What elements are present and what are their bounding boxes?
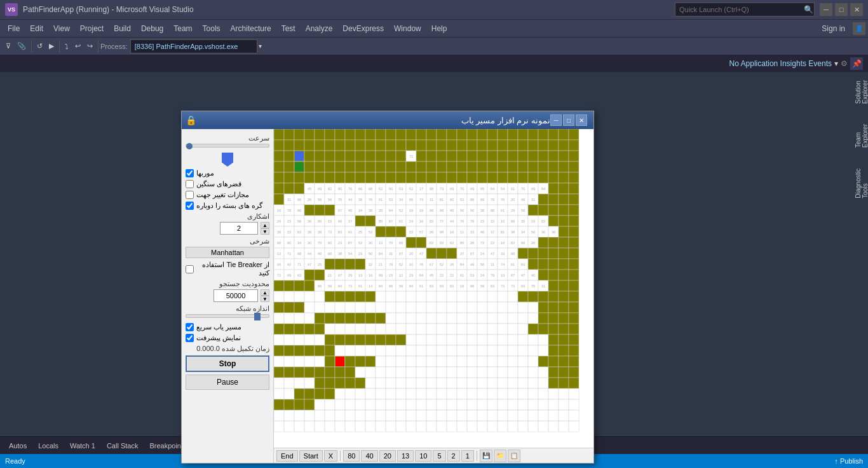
- folder-icon[interactable]: 📁: [494, 450, 506, 462]
- toolbar-step-over[interactable]: ⤵: [62, 41, 72, 52]
- checkbox-morebha-input[interactable]: [186, 169, 194, 177]
- process-dropdown-arrow[interactable]: ▾: [257, 41, 263, 51]
- app-maximize-button[interactable]: □: [563, 114, 574, 126]
- grid-btn-x[interactable]: X: [324, 450, 337, 462]
- pause-button[interactable]: Pause: [186, 375, 269, 390]
- app-close-button[interactable]: ✕: [576, 114, 587, 126]
- tab-locals[interactable]: Locals: [33, 439, 64, 452]
- maximize-button[interactable]: □: [835, 3, 848, 16]
- checkbox-reopen-label: گره های بسته را دوباره: [196, 202, 262, 210]
- search-cap-label: محدودیت جستجو: [186, 280, 269, 288]
- tiebreaker-input[interactable]: [186, 265, 194, 273]
- checkbox-direction-label: مجازات تغییر جهت: [196, 191, 249, 199]
- search-limit-input[interactable]: [220, 222, 258, 235]
- menu-help[interactable]: Help: [426, 22, 452, 36]
- search-cap-input[interactable]: [214, 289, 258, 302]
- toolbar-undo[interactable]: ↩: [72, 40, 84, 52]
- quick-launch-input[interactable]: [675, 3, 815, 17]
- grid-btn-40[interactable]: 40: [361, 450, 377, 462]
- save-icon[interactable]: 💾: [480, 450, 492, 462]
- menu-project[interactable]: Project: [75, 22, 109, 36]
- toolbar-debug-mode[interactable]: ▶: [46, 40, 57, 52]
- toolbar-separator-1: [31, 40, 32, 53]
- publish-button[interactable]: ↑ Publish: [834, 457, 863, 465]
- grid-btn-2[interactable]: 2: [447, 450, 460, 462]
- toolbar-restart[interactable]: ↺: [34, 40, 46, 52]
- grid-btn-10[interactable]: 10: [415, 450, 431, 462]
- search-limit-down[interactable]: ▼: [261, 228, 269, 235]
- minimize-button[interactable]: ─: [820, 3, 832, 16]
- menu-devexpress[interactable]: DevExpress: [337, 22, 389, 36]
- checkbox-heavy-input[interactable]: [186, 180, 194, 188]
- toolbar-filter[interactable]: ⊽: [3, 40, 14, 52]
- toolbar-separator-2: [59, 40, 60, 53]
- speed-slider-container: [186, 144, 269, 148]
- toolbar-attach[interactable]: 📎: [14, 40, 29, 52]
- speed-slider-thumb[interactable]: [186, 143, 193, 149]
- distance-label: شرخی: [186, 237, 269, 245]
- solution-explorer-tab[interactable]: Solution Explorer: [853, 72, 868, 111]
- fastpath-label: مسیر یاب سریع: [196, 323, 241, 331]
- user-avatar[interactable]: 👤: [853, 22, 865, 35]
- menu-view[interactable]: View: [48, 22, 75, 36]
- grid-toolbar-sep: [340, 451, 341, 461]
- team-explorer-tab[interactable]: Team Explorer: [853, 116, 868, 155]
- grid-btn-start[interactable]: Start: [299, 450, 323, 462]
- checkbox-reopen: گره های بسته را دوباره: [186, 202, 269, 210]
- menu-file[interactable]: File: [3, 22, 25, 36]
- grid-btn-1[interactable]: 1: [461, 450, 474, 462]
- app-insights-pin[interactable]: 📌: [850, 57, 863, 70]
- grid-btn-5[interactable]: 5: [433, 450, 445, 462]
- search-limit-row: ▲ ▼: [186, 222, 269, 235]
- menu-analyze[interactable]: Analyze: [301, 22, 338, 36]
- menu-window[interactable]: Window: [389, 22, 426, 36]
- menu-debug[interactable]: Debug: [136, 22, 168, 36]
- tab-callstack[interactable]: Call Stack: [102, 439, 144, 452]
- showprogress-input[interactable]: [186, 334, 194, 342]
- manhattan-button[interactable]: Manhattan: [186, 247, 269, 258]
- menu-build[interactable]: Build: [109, 22, 136, 36]
- app-insights-status: No Application Insights Events: [729, 59, 832, 68]
- menu-architecture[interactable]: Architecture: [226, 22, 276, 36]
- search-limit-up[interactable]: ▲: [261, 222, 269, 228]
- tab-autos[interactable]: Autos: [4, 439, 32, 452]
- app-minimize-button[interactable]: ─: [550, 114, 562, 126]
- network-size-slider: [186, 314, 269, 318]
- process-selector[interactable]: [8336] PathFinderApp.vshost.exe: [130, 39, 257, 53]
- menu-tools[interactable]: Tools: [198, 22, 226, 36]
- checkbox-direction-input[interactable]: [186, 191, 194, 199]
- search-icon-button[interactable]: 🔍: [804, 5, 813, 14]
- checkbox-reopen-input[interactable]: [186, 202, 194, 210]
- toolbar-redo[interactable]: ↪: [84, 40, 96, 52]
- menu-bar: File Edit View Project Build Debug Team …: [0, 19, 868, 37]
- title-bar: VS PathFinderApp (Running) - Microsoft V…: [0, 0, 868, 19]
- grid-btn-20[interactable]: 20: [379, 450, 396, 462]
- network-size-thumb[interactable]: [254, 313, 261, 320]
- menu-team[interactable]: Team: [168, 22, 197, 36]
- search-cap-up[interactable]: ▲: [261, 289, 269, 296]
- vs-logo: VS: [5, 3, 18, 16]
- tab-watch1[interactable]: Watch 1: [65, 439, 100, 452]
- menu-edit[interactable]: Edit: [25, 22, 48, 36]
- stop-button[interactable]: Stop: [186, 355, 269, 372]
- network-size-label: اندازه شبکه: [186, 305, 269, 313]
- grid-toolbar-sep2: [477, 451, 477, 461]
- toolbar: ⊽ 📎 ↺ ▶ ⤵ ↩ ↪ Process: [8336] PathFinder…: [0, 37, 868, 55]
- checkbox-heavy: قضرهای سنگین: [186, 180, 269, 188]
- grid-btn-80[interactable]: 80: [343, 450, 360, 462]
- close-button[interactable]: ✕: [850, 3, 863, 16]
- search-cap-down[interactable]: ▼: [261, 296, 269, 302]
- grid-toolbar: End Start X 80 40 20 13 10 5 2 1 💾 📁 📋: [274, 448, 593, 463]
- app-insights-settings[interactable]: ⚙: [841, 59, 848, 68]
- fastpath-input[interactable]: [186, 323, 194, 331]
- start-marker: [222, 153, 233, 167]
- grid-btn-13[interactable]: 13: [397, 450, 414, 462]
- search-limit-spinners: ▲ ▼: [261, 222, 269, 235]
- diagnostic-tools-tab[interactable]: Diagnostic Tools: [853, 161, 868, 206]
- copy-icon[interactable]: 📋: [508, 450, 520, 462]
- sign-in-link[interactable]: Sign in: [817, 22, 850, 36]
- app-insights-dropdown[interactable]: ▾: [834, 59, 838, 68]
- menu-test[interactable]: Test: [276, 22, 301, 36]
- grid-btn-end[interactable]: End: [276, 450, 298, 462]
- controls-panel: سرعت موربها قضرهای سنگین مجازا: [182, 129, 274, 463]
